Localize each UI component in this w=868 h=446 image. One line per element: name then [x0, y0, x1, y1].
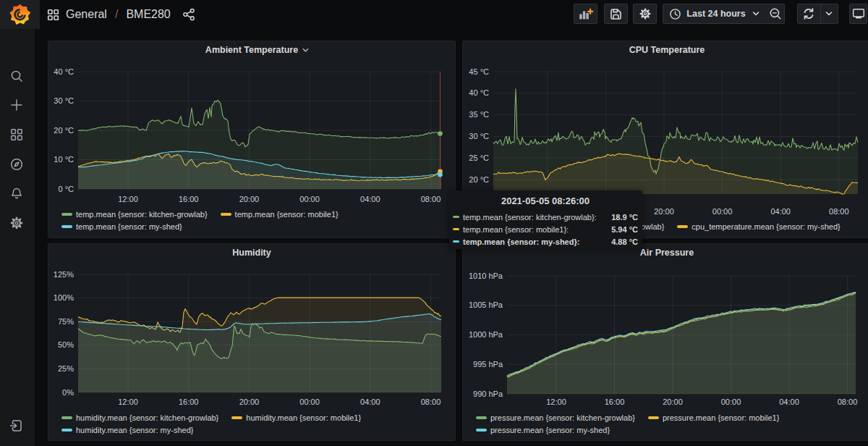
svg-text:16:00: 16:00 [179, 195, 199, 203]
svg-text:20 °C: 20 °C [54, 126, 74, 135]
svg-text:20:00: 20:00 [239, 397, 260, 406]
svg-text:995 hPa: 995 hPa [473, 360, 503, 369]
svg-text:04:00: 04:00 [360, 195, 380, 203]
svg-text:00:00: 00:00 [712, 207, 733, 216]
svg-text:16:00: 16:00 [179, 397, 199, 406]
svg-text:30 °C: 30 °C [54, 96, 74, 105]
svg-text:100%: 100% [54, 293, 74, 302]
svg-text:20 °C: 20 °C [469, 175, 489, 184]
svg-text:08:00: 08:00 [829, 207, 849, 216]
svg-text:0%: 0% [62, 388, 74, 397]
svg-text:1010 hPa: 1010 hPa [469, 272, 503, 280]
svg-text:04:00: 04:00 [360, 397, 380, 406]
svg-text:75%: 75% [58, 317, 74, 326]
svg-text:50%: 50% [58, 340, 74, 349]
svg-text:30 °C: 30 °C [469, 132, 489, 140]
svg-text:04:00: 04:00 [779, 397, 799, 406]
svg-text:40 °C: 40 °C [54, 67, 74, 76]
svg-text:10 °C: 10 °C [54, 155, 74, 164]
svg-text:12:00: 12:00 [118, 195, 138, 203]
svg-text:0 °C: 0 °C [58, 185, 74, 193]
svg-text:00:00: 00:00 [721, 397, 741, 406]
svg-text:00:00: 00:00 [299, 195, 320, 203]
svg-text:35 °C: 35 °C [469, 110, 489, 119]
svg-text:40 °C: 40 °C [469, 88, 489, 97]
svg-text:990 hPa: 990 hPa [473, 390, 503, 398]
svg-text:12:00: 12:00 [546, 397, 566, 406]
svg-text:125%: 125% [54, 270, 74, 279]
svg-text:1000 hPa: 1000 hPa [469, 330, 503, 339]
svg-text:20:00: 20:00 [239, 195, 260, 203]
svg-text:25%: 25% [58, 364, 74, 373]
svg-text:08:00: 08:00 [421, 397, 441, 406]
svg-text:16:00: 16:00 [605, 397, 625, 406]
svg-text:45 °C: 45 °C [469, 67, 489, 76]
svg-text:20:00: 20:00 [663, 397, 683, 406]
svg-text:1005 hPa: 1005 hPa [469, 300, 503, 309]
svg-text:04:00: 04:00 [770, 207, 791, 216]
svg-text:08:00: 08:00 [421, 195, 441, 203]
svg-text:20:00: 20:00 [654, 207, 674, 216]
svg-text:00:00: 00:00 [299, 397, 320, 406]
svg-text:12:00: 12:00 [118, 397, 138, 406]
svg-text:25 °C: 25 °C [469, 153, 489, 162]
svg-text:08:00: 08:00 [838, 397, 858, 406]
